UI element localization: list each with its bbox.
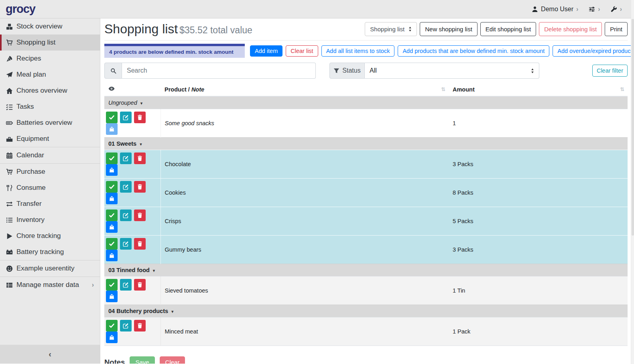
delete-item-button[interactable] [134, 112, 146, 123]
sidebar-item-batteries-overview[interactable]: Batteries overview [0, 115, 100, 131]
shopping-list-select[interactable]: Shopping list [365, 22, 417, 36]
group-header-row-04-butchery-products[interactable]: 04 Butchery products▾ [104, 305, 628, 317]
edit-shopping-list-button[interactable]: Edit shopping list [480, 22, 536, 36]
add-to-stock-button[interactable] [106, 193, 118, 204]
add-to-stock-button[interactable] [106, 164, 118, 176]
shopping-list-table: Product / Note ⇅ Amount ⇅ Ungrouped▾Some… [104, 83, 628, 346]
sidebar-item-shopping-list[interactable]: Shopping list [0, 35, 100, 51]
sidebar-item-manage-master-data[interactable]: Manage master data› [0, 277, 100, 293]
print-button[interactable]: Print [605, 22, 628, 36]
user-menu[interactable]: Demo User › [532, 6, 578, 13]
save-notes-button[interactable]: Save [130, 356, 154, 364]
sidebar-item-stock-overview[interactable]: Stock overview [0, 18, 100, 35]
mark-done-button[interactable] [106, 209, 118, 221]
add-item-button[interactable]: Add item [250, 45, 282, 57]
edit-icon [123, 212, 129, 218]
delete-item-button[interactable] [134, 153, 146, 164]
sidebar-collapse-button[interactable]: ‹ [0, 345, 100, 364]
edit-item-button[interactable] [120, 320, 132, 331]
amount-value: 3 Packs [449, 236, 628, 264]
sidebar-item-chore-tracking[interactable]: Chore tracking [0, 228, 100, 244]
mark-done-button[interactable] [106, 153, 118, 164]
add-to-stock-button[interactable] [106, 250, 118, 261]
group-header-row-ungrouped[interactable]: Ungrouped▾ [104, 96, 628, 109]
scrollbar-thumb[interactable] [632, 19, 634, 236]
sidebar-item-label: Stock overview [16, 22, 62, 31]
add-to-stock-button[interactable] [106, 291, 118, 302]
page-title: Shopping list$35.52 total value [104, 22, 252, 37]
paper-plane-icon [6, 71, 13, 78]
trash-icon [137, 323, 143, 329]
add-below-min-stock-button[interactable]: Add products that are below defined min.… [398, 45, 549, 57]
sidebar-item-chores-overview[interactable]: Chores overview [0, 83, 100, 99]
edit-icon [123, 114, 129, 120]
edit-item-button[interactable] [120, 279, 132, 291]
clear-list-button[interactable]: Clear list [286, 45, 318, 57]
sidebar-item-battery-tracking[interactable]: Battery tracking [0, 244, 100, 260]
search-group [104, 63, 316, 79]
add-to-stock-button[interactable] [106, 331, 118, 343]
delete-item-button[interactable] [134, 238, 146, 250]
add-to-stock-button[interactable] [106, 221, 118, 233]
add-to-stock-button[interactable] [106, 123, 118, 135]
mark-done-button[interactable] [106, 279, 118, 291]
mark-done-button[interactable] [106, 320, 118, 331]
notes-title: Notes [104, 358, 125, 364]
shopping-list-row-crisps: Crisps5 Packs [104, 207, 628, 236]
edit-item-button[interactable] [120, 153, 132, 164]
product-name: Crisps [165, 218, 181, 224]
sidebar-item-meal-plan[interactable]: Meal plan [0, 67, 100, 83]
sidebar-item-calendar[interactable]: Calendar [0, 147, 100, 163]
sidebar-item-consume[interactable]: Consume [0, 180, 100, 196]
status-filter-select[interactable]: All [365, 63, 539, 79]
product-name: Some good snacks [165, 120, 214, 126]
caret-down-icon: ▾ [140, 101, 143, 106]
delete-shopping-list-button[interactable]: Delete shopping list [539, 22, 602, 36]
clear-filter-button[interactable]: Clear filter [592, 65, 628, 77]
chevron-right-icon: › [576, 6, 578, 13]
sidebar-item-inventory[interactable]: Inventory [0, 212, 100, 228]
sidebar-item-example-userentity[interactable]: Example userentity [0, 260, 100, 277]
column-header-visibility[interactable] [104, 83, 161, 96]
page-scrollbar[interactable] [631, 0, 634, 364]
search-input[interactable] [122, 63, 316, 79]
delete-item-button[interactable] [134, 320, 146, 331]
shopping-list-select-value: Shopping list [370, 26, 404, 33]
column-header-product[interactable]: Product / Note ⇅ [161, 83, 449, 96]
admin-menu[interactable]: › [611, 6, 622, 13]
sidebar-item-recipes[interactable]: Recipes [0, 51, 100, 67]
sidebar-item-equipment[interactable]: Equipment [0, 131, 100, 147]
settings-menu[interactable]: › [589, 6, 600, 13]
sidebar-item-purchase[interactable]: Purchase [0, 164, 100, 180]
caret-down-icon: ▾ [153, 268, 155, 273]
edit-item-button[interactable] [120, 181, 132, 193]
sidebar-item-transfer[interactable]: Transfer [0, 196, 100, 212]
mark-done-button[interactable] [106, 181, 118, 193]
sidebar-item-tasks[interactable]: Tasks [0, 99, 100, 115]
sidebar-item-label: Inventory [16, 216, 45, 224]
edit-item-button[interactable] [120, 209, 132, 221]
shopping-list-row-sieved-tomatoes: Sieved tomatoes1 Tin [104, 277, 628, 305]
wrench-icon [611, 6, 617, 12]
mark-done-button[interactable] [106, 238, 118, 250]
delete-item-button[interactable] [134, 209, 146, 221]
add-overdue-button[interactable]: Add overdue/expired products [553, 45, 634, 57]
main-content: Shopping list$35.52 total value Shopping… [100, 18, 634, 364]
edit-icon [123, 184, 129, 190]
column-header-amount[interactable]: Amount ⇅ [449, 83, 628, 96]
group-header-row-03-tinned-food[interactable]: 03 Tinned food▾ [104, 264, 628, 277]
sidebar-item-label: Example userentity [16, 264, 75, 272]
delete-item-button[interactable] [134, 279, 146, 291]
mark-done-button[interactable] [106, 112, 118, 123]
add-all-to-stock-button[interactable]: Add all list items to stock [321, 45, 395, 57]
edit-item-button[interactable] [120, 112, 132, 123]
sidebar-item-label: Chores overview [16, 87, 67, 95]
check-icon [109, 212, 115, 218]
edit-item-button[interactable] [120, 238, 132, 250]
shopping-list-row-minced-meat: Minced meat1 Pack [104, 317, 628, 346]
clear-notes-button[interactable]: Clear [160, 356, 185, 364]
delete-item-button[interactable] [134, 181, 146, 193]
amount-value: 1 Pack [449, 317, 628, 346]
new-shopping-list-button[interactable]: New shopping list [420, 22, 478, 36]
group-header-row-01-sweets[interactable]: 01 Sweets▾ [104, 138, 628, 150]
